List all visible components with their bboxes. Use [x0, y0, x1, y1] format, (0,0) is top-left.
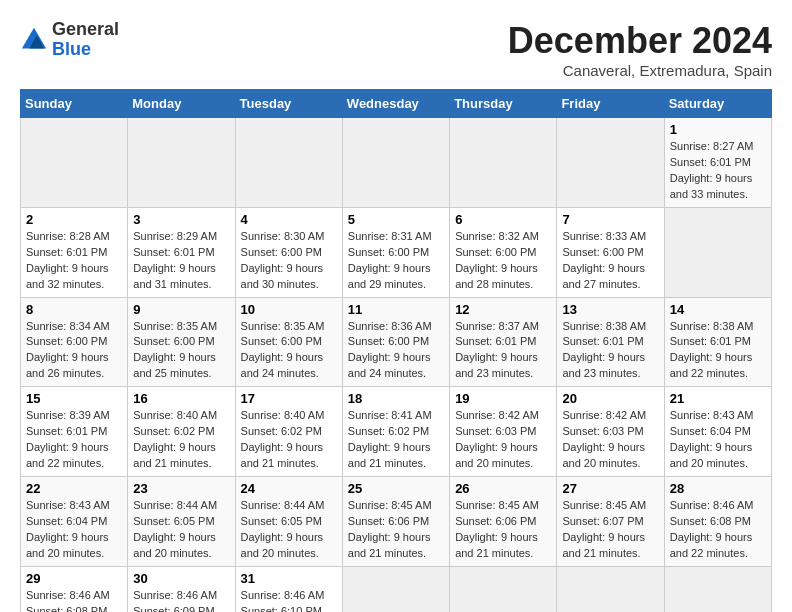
day-number: 1 — [670, 122, 766, 137]
day-info: Sunrise: 8:32 AMSunset: 6:00 PMDaylight:… — [455, 230, 539, 290]
day-info: Sunrise: 8:45 AMSunset: 6:06 PMDaylight:… — [348, 499, 432, 559]
calendar-row: 29Sunrise: 8:46 AMSunset: 6:08 PMDayligh… — [21, 566, 772, 612]
calendar-day: 28Sunrise: 8:46 AMSunset: 6:08 PMDayligh… — [664, 477, 771, 567]
calendar-subtitle: Canaveral, Extremadura, Spain — [508, 62, 772, 79]
day-info: Sunrise: 8:41 AMSunset: 6:02 PMDaylight:… — [348, 409, 432, 469]
calendar-day: 20Sunrise: 8:42 AMSunset: 6:03 PMDayligh… — [557, 387, 664, 477]
header-day: Wednesday — [342, 90, 449, 118]
calendar-day: 27Sunrise: 8:45 AMSunset: 6:07 PMDayligh… — [557, 477, 664, 567]
day-number: 15 — [26, 391, 122, 406]
day-info: Sunrise: 8:36 AMSunset: 6:00 PMDaylight:… — [348, 320, 432, 380]
title-area: December 2024 Canaveral, Extremadura, Sp… — [508, 20, 772, 79]
calendar-day: 26Sunrise: 8:45 AMSunset: 6:06 PMDayligh… — [450, 477, 557, 567]
calendar-day: 12Sunrise: 8:37 AMSunset: 6:01 PMDayligh… — [450, 297, 557, 387]
day-number: 2 — [26, 212, 122, 227]
day-info: Sunrise: 8:42 AMSunset: 6:03 PMDaylight:… — [562, 409, 646, 469]
page-header: General Blue December 2024 Canaveral, Ex… — [20, 20, 772, 79]
logo-text: General Blue — [52, 20, 119, 60]
calendar-day: 23Sunrise: 8:44 AMSunset: 6:05 PMDayligh… — [128, 477, 235, 567]
calendar-day — [664, 566, 771, 612]
header-day: Thursday — [450, 90, 557, 118]
day-number: 27 — [562, 481, 658, 496]
calendar-day: 6Sunrise: 8:32 AMSunset: 6:00 PMDaylight… — [450, 207, 557, 297]
day-info: Sunrise: 8:28 AMSunset: 6:01 PMDaylight:… — [26, 230, 110, 290]
day-info: Sunrise: 8:40 AMSunset: 6:02 PMDaylight:… — [241, 409, 325, 469]
day-number: 13 — [562, 302, 658, 317]
header-day: Monday — [128, 90, 235, 118]
day-info: Sunrise: 8:43 AMSunset: 6:04 PMDaylight:… — [670, 409, 754, 469]
header-day: Sunday — [21, 90, 128, 118]
logo: General Blue — [20, 20, 119, 60]
day-number: 24 — [241, 481, 337, 496]
day-number: 3 — [133, 212, 229, 227]
calendar-day: 14Sunrise: 8:38 AMSunset: 6:01 PMDayligh… — [664, 297, 771, 387]
calendar-day — [664, 207, 771, 297]
calendar-day: 22Sunrise: 8:43 AMSunset: 6:04 PMDayligh… — [21, 477, 128, 567]
day-number: 5 — [348, 212, 444, 227]
day-info: Sunrise: 8:29 AMSunset: 6:01 PMDaylight:… — [133, 230, 217, 290]
day-info: Sunrise: 8:30 AMSunset: 6:00 PMDaylight:… — [241, 230, 325, 290]
day-info: Sunrise: 8:34 AMSunset: 6:00 PMDaylight:… — [26, 320, 110, 380]
calendar-day — [450, 566, 557, 612]
calendar-day — [342, 566, 449, 612]
day-info: Sunrise: 8:44 AMSunset: 6:05 PMDaylight:… — [241, 499, 325, 559]
day-number: 4 — [241, 212, 337, 227]
day-number: 22 — [26, 481, 122, 496]
calendar-day: 21Sunrise: 8:43 AMSunset: 6:04 PMDayligh… — [664, 387, 771, 477]
day-info: Sunrise: 8:43 AMSunset: 6:04 PMDaylight:… — [26, 499, 110, 559]
calendar-day: 5Sunrise: 8:31 AMSunset: 6:00 PMDaylight… — [342, 207, 449, 297]
day-number: 17 — [241, 391, 337, 406]
calendar-day — [557, 566, 664, 612]
calendar-day: 19Sunrise: 8:42 AMSunset: 6:03 PMDayligh… — [450, 387, 557, 477]
calendar-day: 17Sunrise: 8:40 AMSunset: 6:02 PMDayligh… — [235, 387, 342, 477]
calendar-day: 11Sunrise: 8:36 AMSunset: 6:00 PMDayligh… — [342, 297, 449, 387]
header-day: Friday — [557, 90, 664, 118]
day-info: Sunrise: 8:46 AMSunset: 6:10 PMDaylight:… — [241, 589, 325, 612]
calendar-day: 2Sunrise: 8:28 AMSunset: 6:01 PMDaylight… — [21, 207, 128, 297]
calendar-day: 1Sunrise: 8:27 AMSunset: 6:01 PMDaylight… — [664, 118, 771, 208]
calendar-day: 30Sunrise: 8:46 AMSunset: 6:09 PMDayligh… — [128, 566, 235, 612]
logo-icon — [20, 26, 48, 54]
calendar-table: SundayMondayTuesdayWednesdayThursdayFrid… — [20, 89, 772, 612]
day-number: 20 — [562, 391, 658, 406]
empty-cell — [342, 118, 449, 208]
day-number: 8 — [26, 302, 122, 317]
day-info: Sunrise: 8:46 AMSunset: 6:08 PMDaylight:… — [670, 499, 754, 559]
calendar-day: 4Sunrise: 8:30 AMSunset: 6:00 PMDaylight… — [235, 207, 342, 297]
day-info: Sunrise: 8:38 AMSunset: 6:01 PMDaylight:… — [562, 320, 646, 380]
day-info: Sunrise: 8:46 AMSunset: 6:09 PMDaylight:… — [133, 589, 217, 612]
calendar-row: 1Sunrise: 8:27 AMSunset: 6:01 PMDaylight… — [21, 118, 772, 208]
calendar-day: 10Sunrise: 8:35 AMSunset: 6:00 PMDayligh… — [235, 297, 342, 387]
calendar-row: 8Sunrise: 8:34 AMSunset: 6:00 PMDaylight… — [21, 297, 772, 387]
calendar-day: 15Sunrise: 8:39 AMSunset: 6:01 PMDayligh… — [21, 387, 128, 477]
calendar-day: 31Sunrise: 8:46 AMSunset: 6:10 PMDayligh… — [235, 566, 342, 612]
day-number: 26 — [455, 481, 551, 496]
empty-cell — [557, 118, 664, 208]
day-info: Sunrise: 8:46 AMSunset: 6:08 PMDaylight:… — [26, 589, 110, 612]
day-number: 18 — [348, 391, 444, 406]
day-number: 6 — [455, 212, 551, 227]
day-info: Sunrise: 8:37 AMSunset: 6:01 PMDaylight:… — [455, 320, 539, 380]
day-info: Sunrise: 8:35 AMSunset: 6:00 PMDaylight:… — [241, 320, 325, 380]
day-number: 9 — [133, 302, 229, 317]
day-number: 31 — [241, 571, 337, 586]
calendar-day: 8Sunrise: 8:34 AMSunset: 6:00 PMDaylight… — [21, 297, 128, 387]
calendar-day: 16Sunrise: 8:40 AMSunset: 6:02 PMDayligh… — [128, 387, 235, 477]
day-number: 19 — [455, 391, 551, 406]
header-day: Saturday — [664, 90, 771, 118]
calendar-body: 1Sunrise: 8:27 AMSunset: 6:01 PMDaylight… — [21, 118, 772, 613]
calendar-day: 7Sunrise: 8:33 AMSunset: 6:00 PMDaylight… — [557, 207, 664, 297]
header-day: Tuesday — [235, 90, 342, 118]
day-number: 29 — [26, 571, 122, 586]
header-row: SundayMondayTuesdayWednesdayThursdayFrid… — [21, 90, 772, 118]
day-info: Sunrise: 8:44 AMSunset: 6:05 PMDaylight:… — [133, 499, 217, 559]
calendar-day: 13Sunrise: 8:38 AMSunset: 6:01 PMDayligh… — [557, 297, 664, 387]
calendar-day: 3Sunrise: 8:29 AMSunset: 6:01 PMDaylight… — [128, 207, 235, 297]
calendar-day: 9Sunrise: 8:35 AMSunset: 6:00 PMDaylight… — [128, 297, 235, 387]
day-info: Sunrise: 8:39 AMSunset: 6:01 PMDaylight:… — [26, 409, 110, 469]
day-number: 30 — [133, 571, 229, 586]
day-number: 21 — [670, 391, 766, 406]
day-number: 25 — [348, 481, 444, 496]
day-info: Sunrise: 8:40 AMSunset: 6:02 PMDaylight:… — [133, 409, 217, 469]
calendar-day: 24Sunrise: 8:44 AMSunset: 6:05 PMDayligh… — [235, 477, 342, 567]
